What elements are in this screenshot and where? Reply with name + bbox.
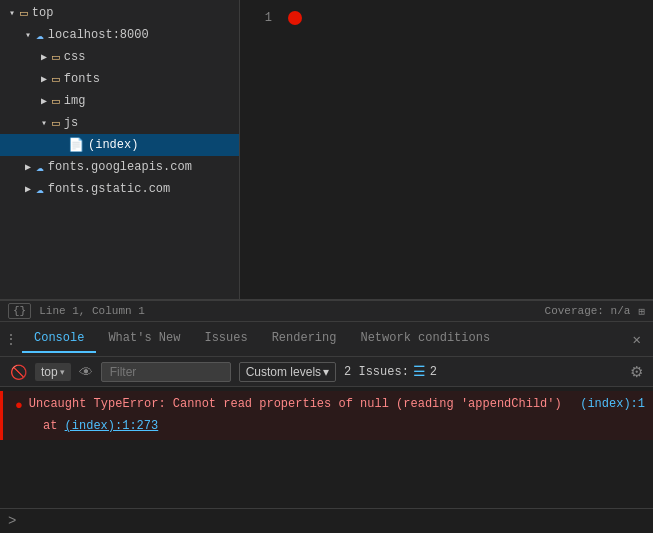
arrow-icon: ▶ bbox=[36, 95, 52, 107]
tab-console[interactable]: Console bbox=[22, 325, 96, 353]
cloud-icon: ☁ bbox=[36, 159, 44, 175]
folder-icon: ▭ bbox=[52, 93, 60, 109]
eye-icon: 👁 bbox=[79, 364, 93, 380]
filter-input[interactable] bbox=[101, 362, 231, 382]
tree-item-css[interactable]: ▶ ▭ css bbox=[0, 46, 239, 68]
file-icon: 📄 bbox=[68, 137, 84, 153]
arrow-icon: ▶ bbox=[20, 161, 36, 173]
error-at-text: at bbox=[43, 419, 57, 433]
settings-button[interactable]: ⚙ bbox=[626, 361, 647, 383]
tree-item-localhost[interactable]: ▾ ☁ localhost:8000 bbox=[0, 24, 239, 46]
tree-label: (index) bbox=[88, 138, 138, 152]
error-at-link[interactable]: (index):1:273 bbox=[65, 419, 159, 433]
live-expression-button[interactable]: 👁 bbox=[75, 362, 97, 382]
folder-icon: ▭ bbox=[52, 71, 60, 87]
context-label: top bbox=[41, 365, 58, 379]
folder-icon: ▭ bbox=[52, 115, 60, 131]
tree-label: fonts bbox=[64, 72, 100, 86]
tab-issues[interactable]: Issues bbox=[192, 325, 259, 353]
tree-item-fonts-gstatic[interactable]: ▶ ☁ fonts.gstatic.com bbox=[0, 178, 239, 200]
clear-icon: 🚫 bbox=[10, 364, 27, 380]
tree-label: fonts.googleapis.com bbox=[48, 160, 192, 174]
status-bar: {} Line 1, Column 1 Coverage: n/a ⊞ bbox=[0, 300, 653, 322]
console-input[interactable] bbox=[20, 514, 645, 528]
arrow-icon: ▶ bbox=[36, 51, 52, 63]
dropdown-arrow-icon: ▾ bbox=[60, 367, 65, 377]
tab-network-conditions[interactable]: Network conditions bbox=[348, 325, 502, 353]
close-panel-button[interactable]: ✕ bbox=[625, 327, 649, 352]
tab-bar-menu[interactable]: ⋮ bbox=[4, 331, 18, 348]
clear-console-button[interactable]: 🚫 bbox=[6, 362, 31, 382]
status-right: Coverage: n/a ⊞ bbox=[545, 305, 645, 318]
cloud-icon: ☁ bbox=[36, 27, 44, 43]
editor-area: 1 bbox=[240, 0, 653, 299]
tree-label: img bbox=[64, 94, 86, 108]
tree-item-index[interactable]: 📄 (index) bbox=[0, 134, 239, 156]
cloud-icon: ☁ bbox=[36, 181, 44, 197]
tree-item-top[interactable]: ▾ ▭ top bbox=[0, 2, 239, 24]
console-input-row: > bbox=[0, 508, 653, 533]
coverage-label: Coverage: n/a bbox=[545, 305, 631, 317]
levels-arrow-icon: ▾ bbox=[323, 365, 329, 379]
tree-label: top bbox=[32, 6, 54, 20]
tree-item-js[interactable]: ▾ ▭ js bbox=[0, 112, 239, 134]
error-indicator bbox=[288, 11, 302, 25]
tree-label: css bbox=[64, 50, 86, 64]
tree-label: localhost:8000 bbox=[48, 28, 149, 42]
error-line: ● Uncaught TypeError: Cannot read proper… bbox=[15, 395, 645, 417]
file-tree: ▾ ▭ top ▾ ☁ localhost:8000 ▶ ▭ css ▶ ▭ f… bbox=[0, 0, 240, 299]
console-output: ● Uncaught TypeError: Cannot read proper… bbox=[0, 387, 653, 508]
tree-label: fonts.gstatic.com bbox=[48, 182, 170, 196]
console-error-entry: ● Uncaught TypeError: Cannot read proper… bbox=[0, 391, 653, 440]
tree-label: js bbox=[64, 116, 78, 130]
cursor-position: Line 1, Column 1 bbox=[39, 305, 145, 317]
console-section: ⋮ Console What's New Issues Rendering Ne… bbox=[0, 322, 653, 533]
arrow-icon: ▾ bbox=[36, 117, 52, 129]
issues-count: 2 bbox=[430, 365, 437, 379]
format-braces[interactable]: {} bbox=[8, 303, 31, 319]
folder-icon: ▭ bbox=[20, 5, 28, 21]
error-stack-trace: at (index):1:273 bbox=[43, 417, 645, 436]
issues-count-label: 2 Issues: bbox=[344, 365, 409, 379]
top-section: ▾ ▭ top ▾ ☁ localhost:8000 ▶ ▭ css ▶ ▭ f… bbox=[0, 0, 653, 300]
error-message: Uncaught TypeError: Cannot read properti… bbox=[29, 395, 566, 414]
layout-icon[interactable]: ⊞ bbox=[638, 305, 645, 318]
context-selector[interactable]: top ▾ bbox=[35, 363, 71, 381]
custom-levels-label: Custom levels bbox=[246, 365, 321, 379]
tree-item-fonts[interactable]: ▶ ▭ fonts bbox=[0, 68, 239, 90]
error-source-link[interactable]: (index):1 bbox=[580, 395, 645, 414]
line-number-1: 1 bbox=[240, 8, 272, 28]
arrow-icon: ▾ bbox=[20, 29, 36, 41]
error-circle-icon: ● bbox=[15, 396, 23, 417]
issues-badge: 2 Issues: ☰ 2 bbox=[344, 363, 437, 380]
tab-rendering[interactable]: Rendering bbox=[260, 325, 349, 353]
console-prompt: > bbox=[8, 513, 16, 529]
status-left: {} Line 1, Column 1 bbox=[8, 303, 145, 319]
folder-icon: ▭ bbox=[52, 49, 60, 65]
tree-item-img[interactable]: ▶ ▭ img bbox=[0, 90, 239, 112]
arrow-icon: ▶ bbox=[36, 73, 52, 85]
line-numbers: 1 bbox=[240, 0, 280, 299]
arrow-icon: ▾ bbox=[4, 7, 20, 19]
custom-levels-button[interactable]: Custom levels ▾ bbox=[239, 362, 336, 382]
arrow-icon: ▶ bbox=[20, 183, 36, 195]
tab-bar: ⋮ Console What's New Issues Rendering Ne… bbox=[0, 322, 653, 357]
gear-icon: ⚙ bbox=[630, 363, 643, 380]
tree-item-fonts-google[interactable]: ▶ ☁ fonts.googleapis.com bbox=[0, 156, 239, 178]
editor-content[interactable] bbox=[280, 0, 653, 299]
console-toolbar: 🚫 top ▾ 👁 Custom levels ▾ 2 Issues: ☰ 2 … bbox=[0, 357, 653, 387]
tab-whats-new[interactable]: What's New bbox=[96, 325, 192, 353]
issues-icon: ☰ bbox=[413, 363, 426, 380]
